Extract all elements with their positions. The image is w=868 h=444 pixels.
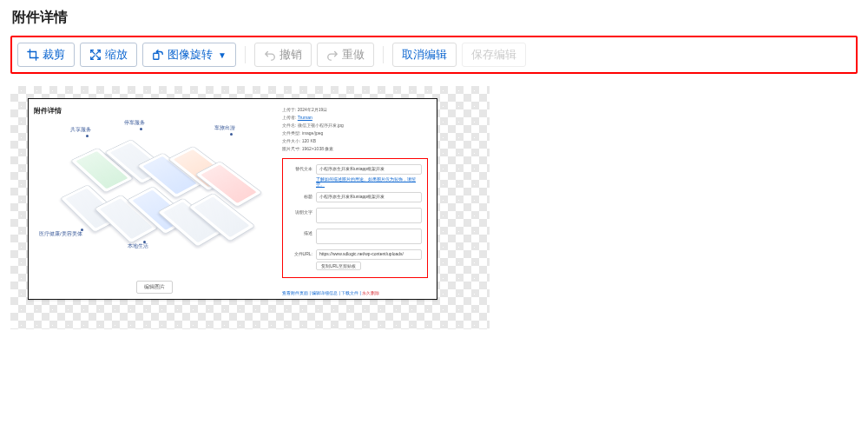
- desc-input: [316, 229, 422, 244]
- scale-icon: [89, 49, 102, 61]
- meta-upload-date: 上传于: 2024年2月19日: [282, 106, 428, 114]
- meta-uploader: 上传者: Truman: [282, 114, 428, 122]
- scale-label: 缩放: [105, 47, 128, 63]
- caption-label: 说明文字: [288, 208, 312, 215]
- copy-url-button: 复制URL至剪贴板: [316, 262, 361, 270]
- iso-label-share: 共享服务: [70, 126, 91, 134]
- save-edit-label: 保存编辑: [471, 47, 516, 63]
- undo-label: 撤销: [279, 47, 302, 63]
- edit-image-button: 编辑图片: [136, 281, 173, 294]
- image-canvas[interactable]: 附件详情 共享服务 停车服务 车旅出游: [10, 86, 490, 329]
- preview-footer-links: 查看附件页面 | 编辑详细信息 | 下载文件 | 永久删除: [282, 290, 379, 295]
- toolbar: 裁剪 缩放 图像旋转 ▼ 撤销 重做: [10, 36, 858, 74]
- scale-button[interactable]: 缩放: [80, 43, 137, 67]
- rotate-icon: [152, 49, 164, 61]
- url-input: https://www.sdlogic.net/wp-content/uploa…: [316, 249, 422, 260]
- page-title: 附件详情: [0, 0, 868, 36]
- title-label: 标题: [288, 192, 312, 199]
- redo-icon: [326, 49, 339, 61]
- meta-filename: 文件名: 微信卫视小程序开发.jpg: [282, 122, 428, 129]
- rotate-label: 图像旋转: [168, 47, 213, 63]
- edit-details-link: 编辑详细信息: [312, 290, 338, 295]
- iso-label-parking: 停车服务: [124, 119, 145, 127]
- attachment-form: 替代文本 小程序原生开发和uniapp框架开发 了解如何描述图片的用途。如果图片…: [282, 158, 428, 278]
- redo-label: 重做: [342, 47, 365, 63]
- preview-left-panel: 附件详情 共享服务 停车服务 车旅出游: [29, 99, 280, 299]
- attachment-preview: 附件详情 共享服务 停车服务 车旅出游: [28, 98, 437, 300]
- meta-dimensions: 图片尺寸: 1962×1038 像素: [282, 145, 428, 153]
- iso-label-travel: 车旅出游: [214, 124, 235, 132]
- alt-text-input: 小程序原生开发和uniapp框架开发: [316, 164, 422, 175]
- meta-filesize: 文件大小: 120 KB: [282, 137, 428, 145]
- crop-button[interactable]: 裁剪: [17, 43, 75, 67]
- chevron-down-icon: ▼: [218, 50, 227, 60]
- delete-permanently-link: 永久删除: [362, 290, 379, 295]
- save-edit-button[interactable]: 保存编辑: [462, 43, 526, 67]
- svg-rect-0: [154, 53, 159, 59]
- iso-label-health: 医疗健康/美容美体: [39, 230, 82, 238]
- rotate-button[interactable]: 图像旋转 ▼: [142, 43, 236, 67]
- toolbar-divider-2: [383, 46, 384, 63]
- redo-button[interactable]: 重做: [317, 43, 374, 67]
- undo-icon: [264, 49, 276, 61]
- cancel-edit-label: 取消编辑: [402, 47, 447, 63]
- desc-label: 描述: [288, 229, 312, 235]
- preview-inner-title: 附件详情: [34, 106, 275, 116]
- toolbar-divider: [245, 46, 246, 63]
- url-label: 文件URL:: [288, 249, 312, 256]
- alt-text-help: 了解如何描述图片的用途。如果图片仅为装饰，请留空。: [316, 176, 422, 187]
- preview-right-panel: 上传于: 2024年2月19日 上传者: Truman 文件名: 微信卫视小程序…: [280, 99, 437, 299]
- alt-text-label: 替代文本: [288, 164, 312, 171]
- download-file-link: 下载文件: [341, 290, 358, 295]
- isometric-illustration: 共享服务 停车服务 车旅出游 医疗健康/美容美体 本地生活: [34, 119, 268, 267]
- crop-icon: [27, 49, 39, 61]
- view-attachment-link: 查看附件页面: [282, 290, 308, 295]
- undo-button[interactable]: 撤销: [254, 43, 312, 67]
- cancel-edit-button[interactable]: 取消编辑: [392, 43, 457, 67]
- meta-filetype: 文件类型: image/jpeg: [282, 129, 428, 137]
- caption-input: [316, 208, 422, 223]
- iso-label-life: 本地生活: [128, 242, 148, 250]
- title-input: 小程序原生开发和uniapp框架开发: [316, 192, 422, 202]
- crop-label: 裁剪: [43, 47, 65, 63]
